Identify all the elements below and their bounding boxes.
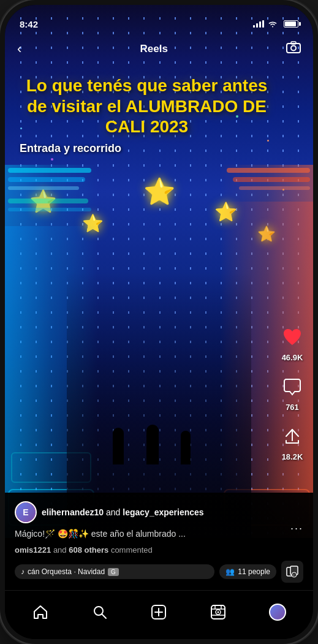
primary-username[interactable]: elihernandez10	[42, 507, 104, 517]
nav-profile[interactable]	[248, 604, 307, 621]
music-collab-row: ♪ cán Orquesta · Navidad G 👥 11 people ♪	[15, 561, 303, 583]
svg-rect-0	[287, 44, 300, 53]
user-info-row: E elihernandez10 and legacy_experiences	[15, 501, 303, 523]
secondary-username[interactable]: legacy_experiences	[123, 507, 203, 517]
profile-avatar	[269, 604, 286, 621]
post-info-section: E elihernandez10 and legacy_experiences …	[5, 493, 313, 590]
people-icon: 👥	[225, 567, 235, 576]
post-caption[interactable]: Mágico!🪄 🤩🎊✨ este año el alumbrado ...	[15, 528, 303, 540]
status-bar: 8:42	[5, 5, 313, 36]
video-text-overlay: Lo que tenés que saber antes de visitar …	[17, 75, 276, 155]
music-badge: G	[108, 568, 119, 576]
sub-title: Entrada y recorrido	[17, 142, 276, 155]
svg-point-15	[218, 611, 219, 613]
commenter-name: omis1221	[15, 545, 51, 555]
nav-home[interactable]	[11, 604, 70, 620]
person-silhouette	[181, 431, 191, 464]
others-count: 608 others	[69, 545, 108, 555]
nav-title: Reels	[140, 43, 167, 55]
comments-preview[interactable]: omis1221 and 608 others commented	[15, 545, 303, 555]
back-button[interactable]: ‹	[17, 41, 21, 57]
star-decoration: ⭐	[143, 176, 175, 206]
comment-count: 761	[286, 403, 299, 412]
music-text: cán Orquesta · Navidad	[28, 567, 105, 576]
light-dot	[51, 158, 53, 161]
person-silhouette	[146, 425, 159, 464]
reels-icon	[210, 604, 226, 620]
people-pill[interactable]: 👥 11 people	[219, 564, 276, 579]
collab-media-icon[interactable]: ♪	[281, 561, 303, 583]
people-count: 11 people	[238, 567, 270, 576]
svg-point-1	[291, 46, 296, 51]
camera-button[interactable]	[286, 40, 301, 58]
wifi-icon	[268, 20, 278, 28]
connector-and: and	[53, 545, 69, 555]
signal-icon	[253, 20, 264, 28]
nav-search[interactable]	[70, 604, 130, 620]
top-navigation: ‹ Reels	[5, 36, 313, 63]
bottom-navigation	[5, 590, 313, 639]
share-count: 18.2K	[282, 452, 303, 461]
nav-add[interactable]	[129, 604, 189, 620]
more-options-button[interactable]: ···	[290, 522, 303, 535]
connector-text: and	[106, 507, 123, 517]
nav-reels[interactable]	[189, 604, 248, 620]
user-avatar[interactable]: E	[15, 501, 37, 523]
svg-line-9	[102, 614, 106, 618]
status-icons	[253, 20, 298, 28]
person-silhouette	[113, 428, 124, 464]
sidebar-actions: 46.9K 761 18.2K	[279, 324, 306, 461]
music-note-icon: ♪	[21, 567, 25, 576]
like-count: 46.9K	[282, 353, 303, 362]
music-pill[interactable]: ♪ cán Orquesta · Navidad G	[15, 564, 214, 579]
user-names: elihernandez10 and legacy_experiences	[42, 507, 303, 517]
home-icon	[32, 604, 48, 620]
main-title: Lo que tenés que saber antes de visitar …	[17, 75, 276, 137]
like-button[interactable]: 46.9K	[279, 324, 306, 362]
commented-text: commented	[111, 545, 153, 555]
status-time: 8:42	[20, 19, 38, 29]
comment-button[interactable]: 761	[279, 373, 306, 412]
battery-icon	[284, 20, 298, 28]
share-button[interactable]: 18.2K	[279, 423, 306, 461]
search-icon	[92, 604, 108, 620]
add-icon	[151, 604, 167, 620]
